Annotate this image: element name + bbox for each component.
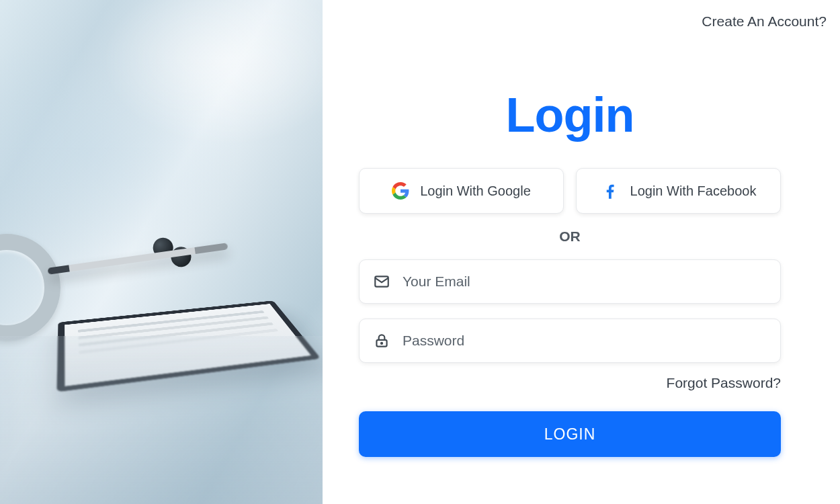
- create-account-link[interactable]: Create An Account?: [702, 13, 827, 30]
- mail-icon: [373, 273, 390, 290]
- svg-point-2: [381, 343, 382, 344]
- page-title: Login: [359, 87, 781, 142]
- login-facebook-button[interactable]: Login With Facebook: [576, 168, 781, 214]
- password-field-wrapper[interactable]: [359, 319, 781, 363]
- login-facebook-label: Login With Facebook: [630, 183, 757, 199]
- forgot-password-link[interactable]: Forgot Password?: [359, 375, 781, 391]
- google-icon: [392, 182, 409, 200]
- password-input[interactable]: [403, 333, 767, 349]
- login-google-button[interactable]: Login With Google: [359, 168, 564, 214]
- or-divider: OR: [359, 228, 781, 245]
- email-input[interactable]: [403, 274, 767, 290]
- login-button[interactable]: LOGIN: [359, 411, 781, 457]
- facebook-icon: [601, 181, 620, 200]
- hero-image: [0, 0, 323, 504]
- login-google-label: Login With Google: [420, 183, 531, 199]
- lock-icon: [373, 332, 390, 349]
- login-panel: Create An Account? Login Login With Goog…: [323, 0, 840, 504]
- email-field-wrapper[interactable]: [359, 259, 781, 304]
